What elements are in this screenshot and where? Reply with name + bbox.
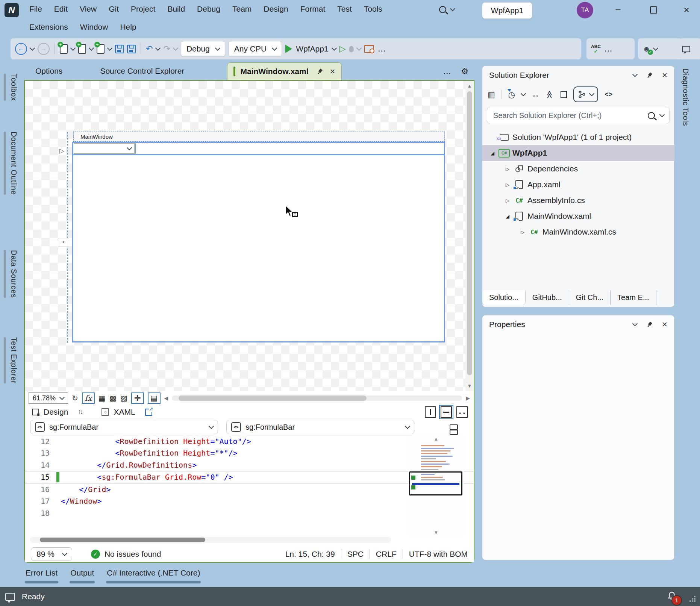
tab-source-control-explorer[interactable]: Source Control Explorer xyxy=(89,67,195,80)
navigate-forward-icon[interactable]: → xyxy=(38,43,50,55)
spell-check-icon[interactable]: ABC✓ xyxy=(591,44,601,54)
menu-build[interactable]: Build xyxy=(161,5,191,14)
code-view-icon[interactable]: <> xyxy=(605,91,612,98)
solution-search-box[interactable] xyxy=(487,107,670,124)
maximize-button[interactable] xyxy=(644,0,663,20)
formula-bar-combobox[interactable] xyxy=(74,143,135,154)
tree-item-wpfapp1[interactable]: ◢C#WpfApp1 xyxy=(482,145,674,161)
menu-design[interactable]: Design xyxy=(258,5,294,14)
show-grid-icon[interactable]: ▦ xyxy=(98,394,106,402)
chevron-down-icon[interactable] xyxy=(70,45,76,51)
editor-minimap[interactable]: ▲ ▼ xyxy=(408,435,464,536)
menu-file[interactable]: File xyxy=(23,5,48,14)
element-dropdown-left[interactable]: <> sg:FormulaBar xyxy=(30,420,218,434)
new-file-icon[interactable] xyxy=(60,44,68,54)
grid-row-marker-icon[interactable]: ▷ xyxy=(59,147,64,155)
tab-overflow-dots-icon[interactable]: … xyxy=(443,67,451,76)
pin-icon[interactable] xyxy=(645,71,653,79)
xaml-designer-surface[interactable]: MainWindow ▷ * xyxy=(25,81,465,391)
swap-panes-icon[interactable]: ↑↓ xyxy=(78,408,82,416)
menu-git[interactable]: Git xyxy=(103,5,125,14)
code-line[interactable]: 16 </Grid> xyxy=(25,483,474,495)
save-all-icon[interactable] xyxy=(127,45,136,53)
panel-tab-solutio[interactable]: Solutio... xyxy=(482,290,526,305)
side-tab-document-outline[interactable]: Document Outline xyxy=(4,132,18,195)
caret-position[interactable]: Ln: 15, Ch: 39 xyxy=(279,550,341,559)
designer-vertical-scrollbar[interactable]: ▲ ▼ xyxy=(465,81,474,391)
panel-tab-git-ch[interactable]: Git Ch... xyxy=(569,290,611,305)
scroll-left-icon[interactable]: ◀ xyxy=(164,395,168,401)
editor-horizontal-scrollbar[interactable] xyxy=(30,537,391,543)
gear-icon[interactable]: ⚙ xyxy=(461,67,468,76)
side-tab-diagnostic-tools[interactable]: Diagnostic Tools xyxy=(681,68,690,126)
expander-collapsed-icon[interactable]: ▷ xyxy=(503,198,512,203)
side-tab-data-sources[interactable]: Data Sources xyxy=(4,250,18,298)
chevron-down-icon[interactable] xyxy=(30,45,35,51)
bottom-tab-c-interactive-net-core[interactable]: C# Interactive (.NET Core) xyxy=(106,568,201,583)
code-line[interactable]: 17</Window> xyxy=(25,495,474,508)
refresh-icon[interactable]: ↻ xyxy=(72,394,78,402)
pin-icon[interactable] xyxy=(645,320,653,328)
pin-icon[interactable] xyxy=(316,67,324,75)
debug-config-dropdown[interactable]: Debug xyxy=(181,41,225,57)
expander-collapsed-icon[interactable]: ▷ xyxy=(518,229,527,235)
code-line[interactable]: 15 <sg:FormulaBar Grid.Row="0" /> xyxy=(25,471,474,484)
scroll-right-icon[interactable]: ▶ xyxy=(466,395,470,401)
menu-debug[interactable]: Debug xyxy=(191,5,226,14)
menu-project[interactable]: Project xyxy=(125,5,161,14)
split-editor-icon[interactable] xyxy=(450,424,458,430)
chevron-down-icon[interactable] xyxy=(521,91,526,96)
editor-zoom-dropdown[interactable]: 89 % xyxy=(31,547,72,561)
collapse-all-icon[interactable]: ≪ xyxy=(546,90,554,98)
open-file-icon[interactable] xyxy=(78,44,86,54)
panel-tab-team-e[interactable]: Team E... xyxy=(611,290,656,305)
popout-pane-icon[interactable] xyxy=(145,409,152,416)
collapse-pane-button[interactable]: ⌄⌄ xyxy=(456,406,468,418)
expander-expanded-icon[interactable]: ◢ xyxy=(503,214,512,219)
scrollbar-thumb[interactable] xyxy=(179,395,367,401)
close-icon[interactable]: × xyxy=(662,71,667,80)
expander-expanded-icon[interactable]: ◢ xyxy=(488,150,497,156)
avatar[interactable]: TA xyxy=(577,2,593,18)
file-encoding[interactable]: UTF-8 with BOM xyxy=(403,550,468,559)
close-button[interactable]: × xyxy=(677,0,696,20)
tab-mainwindow-xaml[interactable]: MainWindow.xaml × xyxy=(227,62,341,80)
code-line[interactable]: 12 <RowDefinition Height="Auto"/> xyxy=(25,435,474,447)
tree-item-app-xaml[interactable]: ▷App.xaml xyxy=(482,177,674,192)
minimap-scroll-up-icon[interactable]: ▲ xyxy=(408,436,464,442)
chevron-down-icon[interactable] xyxy=(653,45,658,51)
expander-collapsed-icon[interactable]: ▷ xyxy=(503,182,512,188)
horizontal-split-button[interactable] xyxy=(441,406,452,418)
expander-collapsed-icon[interactable]: ▷ xyxy=(503,166,512,172)
tree-item-assemblyinfo-cs[interactable]: ▷C#AssemblyInfo.cs xyxy=(482,192,674,208)
line-ending-mode[interactable]: CRLF xyxy=(370,550,403,559)
minimap-viewport[interactable] xyxy=(409,471,462,495)
hot-reload-icon[interactable] xyxy=(349,46,354,52)
grid-row-size-badge[interactable]: * xyxy=(58,238,69,247)
bottom-tab-error-list[interactable]: Error List xyxy=(25,568,58,583)
resize-grip[interactable] xyxy=(689,596,691,597)
minimap-scroll-down-icon[interactable]: ▼ xyxy=(408,530,464,535)
tree-item-solution-wpfapp1-1-of-1-project[interactable]: Solution 'WpfApp1' (1 of 1 project) xyxy=(482,129,674,145)
formula-bar-control[interactable] xyxy=(73,143,444,155)
platform-dropdown[interactable]: Any CPU xyxy=(229,41,282,57)
design-view-tab[interactable]: Design xyxy=(32,408,68,417)
menu-test[interactable]: Test xyxy=(331,5,358,14)
undo-icon[interactable]: ↶ xyxy=(146,45,153,53)
chevron-down-icon[interactable] xyxy=(89,45,94,51)
chevron-down-icon[interactable] xyxy=(659,112,665,117)
notifications-button[interactable]: 1 xyxy=(667,591,677,603)
tab-options[interactable]: Options xyxy=(24,67,74,80)
view-selector-button[interactable] xyxy=(573,86,598,102)
navigate-back-icon[interactable]: ← xyxy=(15,43,27,55)
scroll-down-icon[interactable]: ▼ xyxy=(465,383,474,389)
start-debugging-button[interactable]: WpfApp1 xyxy=(285,44,336,53)
menu-window[interactable]: Window xyxy=(74,23,114,32)
redo-icon[interactable]: ↷ xyxy=(163,45,170,53)
scrollbar-thumb[interactable] xyxy=(467,91,472,375)
pending-changes-filter-icon[interactable]: ◷ xyxy=(508,91,515,98)
feedback-icon[interactable] xyxy=(682,46,690,52)
code-line[interactable]: 18 xyxy=(25,507,474,519)
menu-extensions[interactable]: Extensions xyxy=(23,23,74,32)
side-tab-toolbox[interactable]: Toolbox xyxy=(4,74,18,101)
